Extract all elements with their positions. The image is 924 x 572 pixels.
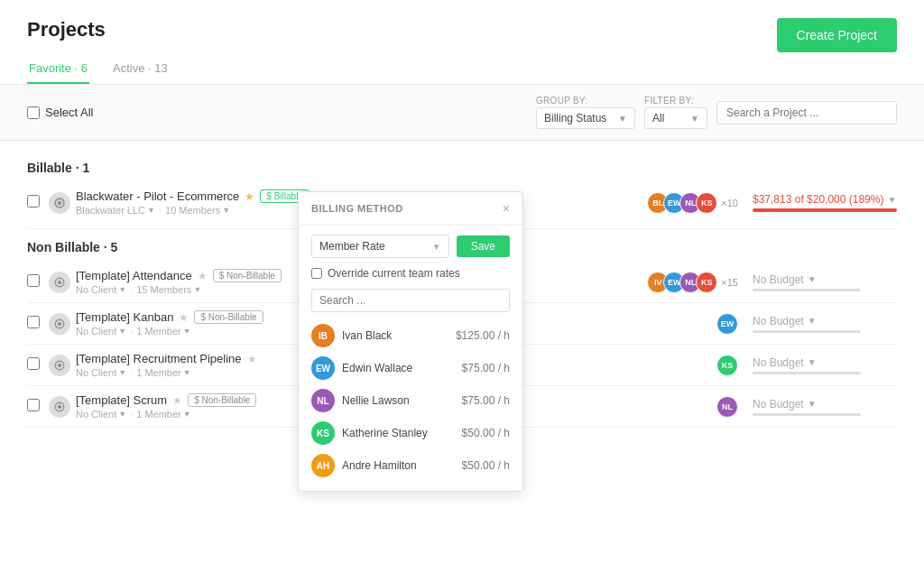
budget-display: No Budget ▼ xyxy=(753,315,897,333)
budget-dropdown-icon[interactable]: ▼ xyxy=(808,399,817,409)
avatar: KS xyxy=(696,192,717,214)
members-dropdown-icon: ▼ xyxy=(193,285,201,294)
star-icon[interactable]: ★ xyxy=(179,311,189,324)
select-all-checkbox[interactable] xyxy=(27,106,40,119)
svg-point-2 xyxy=(58,200,61,204)
group-by-select[interactable]: Billing Status ▼ xyxy=(536,107,635,129)
star-icon[interactable]: ★ xyxy=(245,190,254,203)
group-by-chevron-icon: ▼ xyxy=(618,114,627,124)
project-settings-icon[interactable] xyxy=(49,355,70,376)
method-row: Member Rate ▼ Save xyxy=(311,235,510,258)
member-rate: $50.00 / h xyxy=(462,427,510,439)
project-settings-icon[interactable] xyxy=(49,272,70,293)
no-budget-text: No Budget ▼ xyxy=(753,398,897,411)
project-settings-icon[interactable] xyxy=(49,192,70,214)
avatar: IB xyxy=(311,324,335,347)
avatar-count: ×15 xyxy=(721,277,738,288)
filter-by-select[interactable]: All ▼ xyxy=(644,107,707,129)
client-link[interactable]: No Client ▼ xyxy=(76,367,126,378)
budget-text: $37,813 of $20,000 (189%) ▼ xyxy=(753,193,897,206)
project-checkbox[interactable] xyxy=(27,357,40,370)
table-row: Blackwater - Pilot - Ecommerce ★ $ Billa… xyxy=(27,182,897,229)
svg-point-8 xyxy=(58,363,61,366)
project-settings-icon[interactable] xyxy=(49,396,70,418)
client-dropdown-icon: ▼ xyxy=(118,368,126,377)
tab-favorite[interactable]: Favorite · 6 xyxy=(27,54,89,84)
budget-dropdown-icon[interactable]: ▼ xyxy=(808,316,817,326)
toolbar: Select All GROUP BY: Billing Status ▼ FI… xyxy=(0,85,924,141)
svg-point-4 xyxy=(58,280,61,283)
no-budget-text: No Budget ▼ xyxy=(753,356,897,369)
member-name: Edwin Wallace xyxy=(342,362,455,374)
tab-active[interactable]: Active · 13 xyxy=(111,54,170,84)
member-rate: $75.00 / h xyxy=(462,394,510,407)
members-dropdown-icon: ▼ xyxy=(222,206,230,215)
budget-bar-fill xyxy=(753,208,897,212)
budget-dropdown-icon[interactable]: ▼ xyxy=(887,195,896,205)
create-project-button[interactable]: Create Project xyxy=(777,18,897,52)
override-checkbox[interactable] xyxy=(311,268,322,279)
billing-method-value: Member Rate xyxy=(319,240,385,253)
members-dropdown-icon: ▼ xyxy=(183,368,191,377)
client-link[interactable]: Blackwater LLC ▼ xyxy=(76,205,155,216)
client-link[interactable]: No Client ▼ xyxy=(76,409,126,420)
avatar: AH xyxy=(311,454,335,477)
project-name-text: Blackwater - Pilot - Ecommerce xyxy=(76,189,239,203)
popup-title: BILLING METHOD xyxy=(311,203,403,214)
budget-dropdown-icon[interactable]: ▼ xyxy=(808,357,817,367)
header-left: Projects xyxy=(27,18,106,54)
star-icon[interactable]: ★ xyxy=(247,353,257,365)
project-name-text: [Template] Attendance xyxy=(76,269,192,282)
project-checkbox[interactable] xyxy=(27,274,40,287)
member-name: Andre Hamilton xyxy=(342,459,455,472)
members-link[interactable]: 1 Member ▼ xyxy=(136,409,190,420)
avatar: KS xyxy=(696,272,717,293)
member-name: Ivan Black xyxy=(342,329,448,342)
svg-point-6 xyxy=(58,321,61,325)
client-link[interactable]: No Client ▼ xyxy=(76,284,126,295)
budget-dropdown-icon[interactable]: ▼ xyxy=(808,274,817,284)
non-billable-badge[interactable]: $ Non-Billable xyxy=(213,269,282,282)
list-item: IB Ivan Black $125.00 / h xyxy=(311,319,510,352)
method-chevron-icon: ▼ xyxy=(432,242,441,252)
page: Projects Create Project Favorite · 6 Act… xyxy=(0,0,924,572)
filter-by-value: All xyxy=(652,112,664,125)
non-billable-badge[interactable]: $ Non-Billable xyxy=(188,393,256,407)
avatar-count: ×10 xyxy=(721,198,738,208)
members-link[interactable]: 10 Members ▼ xyxy=(165,205,230,216)
project-checkbox[interactable] xyxy=(27,195,40,208)
star-icon[interactable]: ★ xyxy=(198,270,208,282)
client-link[interactable]: No Client ▼ xyxy=(76,326,126,337)
filter-by-chevron-icon: ▼ xyxy=(690,114,699,124)
no-budget-text: No Budget ▼ xyxy=(753,315,897,328)
search-input[interactable] xyxy=(716,101,897,125)
client-dropdown-icon: ▼ xyxy=(118,285,126,294)
save-button[interactable]: Save xyxy=(457,235,510,257)
avatars-group: IV EW NL KS ×15 xyxy=(647,272,738,293)
star-icon[interactable]: ★ xyxy=(172,394,182,407)
group-by-value: Billing Status xyxy=(544,112,606,125)
avatar: KS xyxy=(311,421,335,445)
filter-by-control: FILTER BY: All ▼ xyxy=(644,96,707,129)
member-search-input[interactable] xyxy=(311,289,510,312)
close-icon[interactable]: × xyxy=(503,201,510,216)
members-dropdown-icon: ▼ xyxy=(183,410,191,419)
members-link[interactable]: 15 Members ▼ xyxy=(136,284,201,295)
avatar: EW xyxy=(311,356,335,380)
popup-header: BILLING METHOD × xyxy=(299,192,522,226)
project-checkbox[interactable] xyxy=(27,316,40,328)
members-dropdown-icon: ▼ xyxy=(183,327,191,336)
select-all-container: Select All xyxy=(27,106,522,119)
project-checkbox[interactable] xyxy=(27,399,40,411)
budget-display: No Budget ▼ xyxy=(753,398,897,416)
members-link[interactable]: 1 Member ▼ xyxy=(136,326,190,337)
project-settings-icon[interactable] xyxy=(49,313,70,335)
group-by-label: GROUP BY: xyxy=(536,96,588,106)
select-all-label: Select All xyxy=(45,106,93,119)
billing-method-select[interactable]: Member Rate ▼ xyxy=(311,235,449,258)
list-item: EW Edwin Wallace $75.00 / h xyxy=(311,352,510,384)
tabs-bar: Favorite · 6 Active · 13 xyxy=(0,54,924,85)
members-link[interactable]: 1 Member ▼ xyxy=(136,367,190,378)
no-budget-bar xyxy=(753,289,861,291)
non-billable-badge[interactable]: $ Non-Billable xyxy=(194,310,263,324)
